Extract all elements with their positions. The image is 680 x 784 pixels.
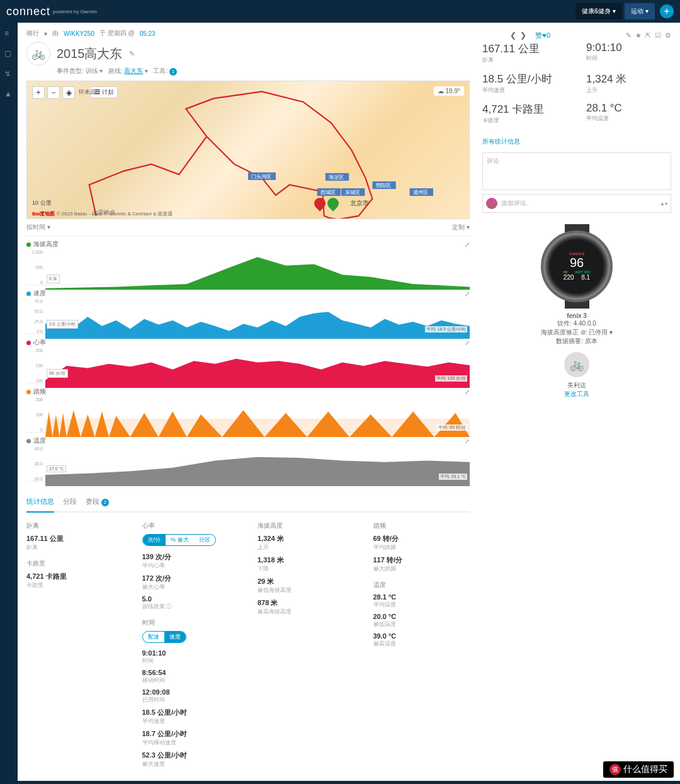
export-icon[interactable]: ⇱ (645, 31, 651, 40)
heartrate-graph: 心率⤢ 200150100 98 次/分 平均: 139 次/分 (26, 338, 470, 383)
elev-correction-toggle[interactable]: 海拔高度修正 ⊘: 已停用 ▾ (482, 328, 671, 337)
tab-stats[interactable]: 统计信息 (26, 492, 54, 513)
summary-stats: 167.11 公里距离 9:01:10时间 18.5 公里/小时平均速度 1,3… (482, 42, 671, 131)
add-button[interactable]: + (660, 4, 674, 18)
activity-title: 2015高大东 (57, 45, 123, 62)
sidebar: ≡ ▢ ↯ ▲ (0, 23, 18, 781)
logo-subtitle: powered by Garmin (53, 9, 97, 14)
svg-text:怀来县: 怀来县 (78, 89, 96, 95)
svg-text:北京市: 北京市 (350, 200, 369, 207)
edit-title-icon[interactable]: ✎ (129, 50, 135, 58)
svg-text:东城区: 东城区 (345, 190, 360, 195)
svg-text:西城区: 西城区 (320, 190, 336, 195)
gear-name: 美利达 (482, 381, 671, 390)
activity-subheader: 事件类型: 训练 ▾ 路线: 高大东 ▾ 工具: 1 (57, 67, 470, 76)
svg-text:朝阳区: 朝阳区 (376, 183, 391, 188)
nav-sport-button[interactable]: 运动 ▾ (625, 3, 655, 20)
device-section: CADENCE 96 HRVERT SPD 2208.1 fenix 3 软件:… (482, 225, 671, 399)
expand-icon[interactable]: ⤢ (465, 438, 470, 445)
activity-icon[interactable]: ↯ (4, 69, 13, 78)
hr-unit-pills[interactable]: 次/分% 最大分区 (142, 534, 216, 546)
cadence-graph: 踏频⤢ 2001000 平均: 69 转/分 (26, 387, 470, 433)
breadcrumb: 骑行 ▾ 由 WIKKY250 于 星期四 @ 05:23 (26, 29, 510, 38)
graph-controls: 按时间 ▾ 定制 ▾ (26, 219, 470, 236)
star-icon[interactable]: ★ (635, 31, 642, 40)
detail-stats: 距离 167.11 公里距离 卡路里 4,721 卡路里卡路里 心率 次/分% … (26, 521, 470, 768)
next-activity-button[interactable]: ❯ (520, 31, 526, 40)
share-icon[interactable]: ☑ (655, 31, 661, 40)
profile-icon[interactable]: ▲ (4, 89, 13, 98)
device-image: CADENCE 96 HRVERT SPD 2208.1 (536, 225, 618, 307)
all-stats-link[interactable]: 所有统计信息 (482, 137, 671, 146)
device-name: fenix 3 (482, 312, 671, 319)
likes-count[interactable]: 赞♥0 (535, 31, 550, 40)
change-gear-link[interactable]: 更改工具 (482, 390, 671, 399)
comment-input[interactable]: 添加评论. ▲▾ (482, 194, 671, 213)
spinner-icon: ▲▾ (660, 201, 667, 207)
comment-box: 评论 (482, 152, 671, 190)
avatar (486, 198, 497, 209)
tab-segments[interactable]: 赛段 2 (86, 492, 109, 511)
elevation-graph: 海拔高度⤢ 1,0005000 0 米 (26, 240, 470, 285)
temperature-graph: 温度⤢ 40.030.020.0 27.0 °C 平均: 28.1 °C (26, 436, 470, 482)
prev-activity-button[interactable]: ❮ (510, 31, 516, 40)
svg-text:通州区: 通州区 (413, 190, 428, 195)
user-link[interactable]: WIKKY250 (64, 30, 94, 37)
settings-icon[interactable]: ⚙ (665, 31, 671, 40)
main-content: 骑行 ▾ 由 WIKKY250 于 星期四 @ 05:23 ❮ ❯ 赞♥0 ✎ … (18, 23, 680, 781)
dashboard-icon[interactable]: ▢ (4, 49, 13, 58)
stats-tabs: 统计信息 分段 赛段 2 (26, 492, 470, 513)
route-link[interactable]: 高大东 (124, 67, 143, 74)
cycling-icon: 🚲 (26, 42, 50, 65)
svg-text:门头沟区: 门头沟区 (251, 174, 271, 179)
map-attribution: Bai度地图 © 2015 Baidu - Data © NavInfo & C… (32, 210, 173, 217)
speed-graph: 速度⤢ 75.050.025.00.0 0.0 公里/小时 平均: 18.5 公… (26, 289, 470, 334)
svg-text:海淀区: 海淀区 (329, 174, 344, 180)
expand-icon[interactable]: ⤢ (465, 241, 470, 248)
time-unit-pills[interactable]: 配速速度 (142, 631, 186, 643)
activity-map[interactable]: + − ◈ ☰ 计划 ☁ 18.9° 门头沟区 西城区 朝阳区 通州区 海淀区 (26, 81, 470, 219)
customize-toggle[interactable]: 定制 ▾ (452, 223, 470, 232)
gear-bike-icon: 🚲 (564, 352, 589, 377)
nav-health-button[interactable]: 健康&健身 ▾ (575, 3, 622, 20)
expand-icon[interactable]: ⤢ (465, 339, 470, 346)
time-axis-toggle[interactable]: 按时间 ▾ (26, 223, 50, 232)
top-bar: connect powered by Garmin 健康&健身 ▾ 运动 ▾ + (0, 0, 680, 23)
footer: Help・Facebook・Twitter・Statement of Priva… (0, 781, 680, 784)
logo: connect (6, 5, 50, 18)
edit-icon[interactable]: ✎ (626, 31, 632, 40)
menu-icon[interactable]: ≡ (4, 29, 13, 38)
watermark: 值什么值得买 (603, 761, 674, 778)
map-scale: 10 公里 (32, 199, 52, 207)
tab-laps[interactable]: 分段 (63, 492, 77, 511)
expand-icon[interactable]: ⤢ (465, 290, 470, 297)
expand-icon[interactable]: ⤢ (465, 389, 470, 395)
map-route-line: 门头沟区 西城区 朝阳区 通州区 海淀区 东城区 北京市 大安岭乡 怀来县 (27, 81, 469, 219)
time-link[interactable]: 05:23 (140, 30, 156, 37)
